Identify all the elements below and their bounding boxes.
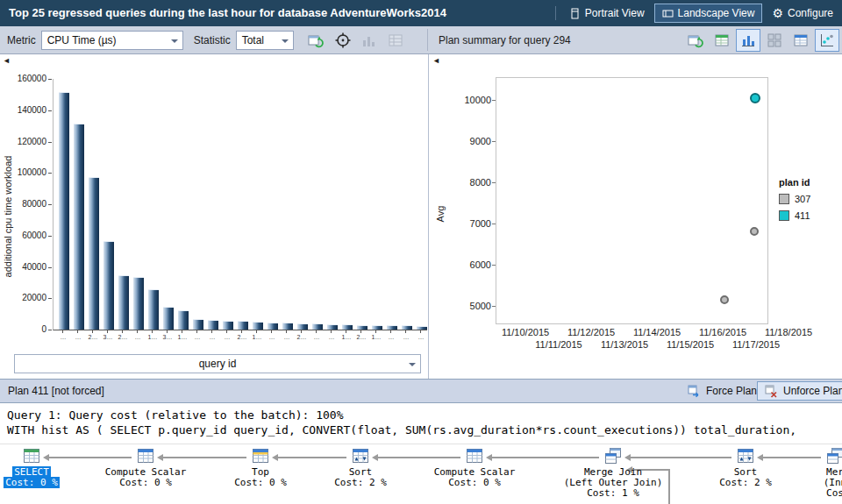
plan-node-top[interactable]: TopCost: 0 %	[203, 446, 318, 488]
plan-summary-chart-button[interactable]	[736, 29, 760, 52]
compare-plans-button[interactable]	[762, 29, 787, 52]
query-bar[interactable]	[417, 326, 427, 330]
y-axis-tick-label: 60000	[0, 231, 46, 240]
collapse-left-panel-icon[interactable]: ◄	[3, 56, 11, 65]
x-axis-tick	[196, 330, 197, 333]
statistic-combobox[interactable]: Total	[236, 31, 294, 50]
x-axis-tick	[167, 330, 168, 333]
query-bar[interactable]	[178, 310, 189, 330]
legend-title: plan id	[779, 177, 837, 188]
x-axis-tick	[375, 330, 376, 333]
plan-node-compute-scalar[interactable]: Compute ScalarCost: 0 %	[417, 446, 532, 488]
query-bar[interactable]	[387, 325, 397, 330]
x-axis-tick	[226, 330, 227, 333]
plan-node-compute-scalar[interactable]: Compute ScalarCost: 0 %	[89, 446, 203, 488]
collapse-right-panel-icon[interactable]: ◄	[432, 56, 440, 65]
query-bar[interactable]	[148, 289, 159, 330]
query-bar[interactable]	[327, 324, 338, 330]
unforce-plan-label: Unforce Plan	[783, 385, 842, 397]
query-bar[interactable]	[59, 92, 69, 330]
plan-node-mer[interactable]: Mer(InnCos	[778, 446, 842, 499]
query-bar[interactable]	[372, 325, 382, 330]
plan-point-411[interactable]	[750, 93, 760, 103]
plan-node-select[interactable]: SELECTCost: 0 %	[0, 446, 89, 488]
results-grid-button[interactable]	[788, 29, 813, 52]
y-axis-tick-label: 9000	[454, 136, 491, 146]
y-axis-tick-label: 40000	[0, 262, 46, 272]
portrait-view-button[interactable]: Portrait View	[561, 4, 653, 23]
legend-item: 411	[779, 210, 837, 221]
query-id-combobox[interactable]: query id	[14, 354, 421, 373]
legend-item: 307	[779, 194, 837, 204]
compute-scalar-icon	[89, 446, 203, 467]
plan-title: Plan 411 [not forced]	[8, 380, 104, 402]
landscape-view-button[interactable]: Landscape View	[654, 4, 763, 23]
query-bar[interactable]	[357, 325, 367, 330]
unforce-plan-button[interactable]: Unforce Plan	[757, 381, 842, 401]
data-grid-gray-icon	[388, 32, 403, 48]
refresh-button[interactable]	[304, 29, 329, 52]
query-chart-panel: ◄ additional cpu time workload query id …	[0, 54, 429, 379]
query-bar[interactable]	[297, 323, 308, 330]
query-bar[interactable]	[268, 323, 278, 330]
query-bar[interactable]	[238, 321, 248, 330]
x-axis-tick-label: 11/17/2015	[724, 339, 788, 350]
metric-toolbar-group: Metric CPU Time (µs) Statistic Total	[0, 26, 410, 53]
scatter-chart-button[interactable]	[815, 29, 839, 52]
plan-node-merge-join[interactable]: Merge Join(Left Outer Join)Cost: 1 %	[556, 446, 670, 499]
y-axis-tick	[492, 141, 496, 142]
track-query-button[interactable]	[331, 29, 355, 52]
query-bar[interactable]	[89, 177, 99, 330]
grid-view-button[interactable]	[357, 29, 382, 52]
legend-swatch	[779, 210, 789, 221]
query-bar[interactable]	[133, 277, 144, 330]
y-axis-tick	[48, 173, 52, 174]
query-bar[interactable]	[253, 322, 263, 330]
x-axis-tick	[137, 330, 138, 333]
x-axis-tick-label: 11/13/2015	[592, 339, 657, 350]
plan-bar: Plan 411 [not forced] Force Plan Unforce…	[0, 379, 842, 403]
header-separator	[555, 6, 556, 20]
plan-summary-refresh-button[interactable]	[683, 29, 708, 52]
plan-summary-grid-button[interactable]	[710, 29, 734, 52]
x-axis-tick	[271, 330, 272, 333]
y-axis-tick	[48, 236, 52, 237]
query-cost-line: Query 1: Query cost (relative to the bat…	[7, 408, 842, 422]
query-bar[interactable]	[163, 307, 174, 330]
query-bar[interactable]	[193, 319, 203, 330]
query-bar[interactable]	[342, 324, 353, 330]
force-plan-button[interactable]: Force Plan	[680, 381, 765, 401]
header-buttons: Portrait View Landscape View ⚙ Configure	[551, 0, 842, 26]
scatter-chart-icon	[819, 32, 835, 48]
query-bar[interactable]	[312, 323, 323, 330]
x-axis-tick	[77, 330, 78, 333]
portrait-view-label: Portrait View	[585, 7, 645, 19]
y-axis-tick	[48, 204, 52, 205]
refresh-grid-icon	[688, 32, 704, 48]
query-bar[interactable]	[223, 321, 233, 330]
x-axis-tick	[420, 330, 421, 333]
plan-node-sort[interactable]: SortCost: 2 %	[303, 446, 417, 488]
x-axis-tick	[331, 330, 332, 333]
statistic-label: Statistic	[194, 34, 231, 46]
query-bar[interactable]	[208, 320, 218, 330]
y-axis-tick	[48, 267, 52, 268]
crosshair-icon	[335, 32, 351, 48]
query-bar[interactable]	[282, 323, 293, 330]
query-bar[interactable]	[74, 124, 84, 330]
query-bar[interactable]	[103, 241, 114, 330]
plan-point-307[interactable]	[720, 295, 729, 304]
configure-button[interactable]: ⚙ Configure	[764, 4, 841, 23]
metric-combobox[interactable]: CPU Time (µs)	[41, 31, 183, 50]
x-axis-tick	[122, 330, 123, 333]
y-axis-tick	[492, 265, 496, 266]
query-bar[interactable]	[402, 325, 412, 330]
x-axis-tick	[62, 330, 63, 333]
bar-chart-plot	[53, 79, 427, 330]
unforce-plan-icon	[765, 385, 779, 398]
chart-view-button[interactable]	[383, 29, 408, 52]
query-bar[interactable]	[118, 275, 129, 330]
small-multiples-icon	[767, 32, 782, 48]
x-axis-tick	[360, 330, 361, 333]
plan-node-cost: Cost: 0 %	[0, 478, 89, 488]
